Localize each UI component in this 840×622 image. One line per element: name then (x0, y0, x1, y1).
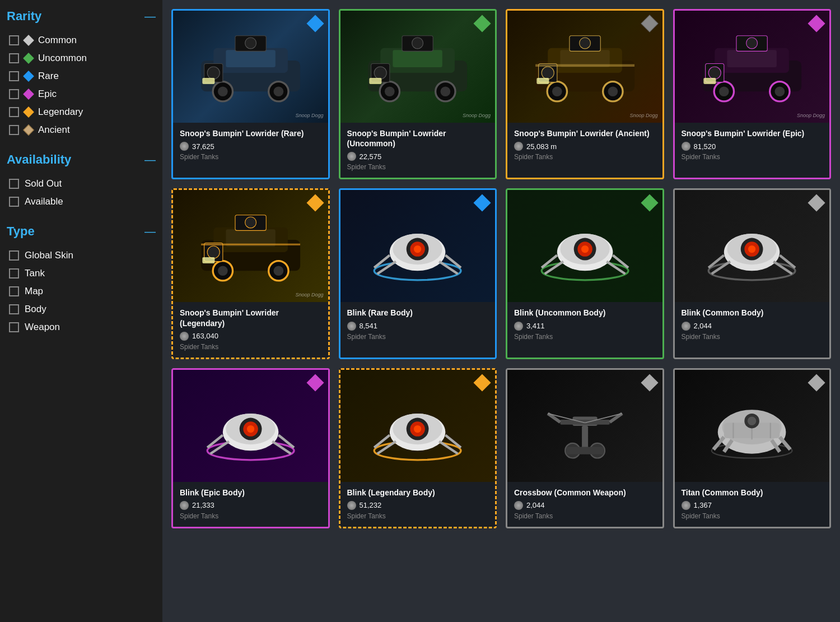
checkbox-body[interactable] (9, 304, 19, 314)
card-price: 1,367 (682, 501, 823, 510)
list-item[interactable]: Snoop Dogg Snoop's Bumpin' Lowrider (Rar… (171, 9, 330, 179)
rarity-filter-header: Rarity — (7, 9, 156, 24)
list-item[interactable]: Blink (Uncommon Body) 3,411 Spider Tanks (506, 188, 664, 359)
card-game: Spider Tanks (347, 163, 489, 171)
filter-common[interactable]: Common (7, 31, 156, 49)
legendary-label: Legendary (38, 106, 83, 118)
svg-rect-33 (536, 78, 549, 84)
checkbox-ancient[interactable] (9, 125, 19, 135)
filter-map[interactable]: Map (7, 282, 156, 300)
svg-point-43 (775, 86, 785, 96)
list-item[interactable]: Blink (Common Body) 2,044 Spider Tanks (673, 188, 832, 359)
common-icon (23, 35, 34, 46)
price-value: 21,333 (192, 501, 214, 509)
card-bg (173, 370, 328, 482)
filter-sold-out[interactable]: Sold Out (7, 175, 156, 193)
filter-uncommon[interactable]: Uncommon (7, 49, 156, 67)
list-item[interactable]: Crossbow (Common Weapon) 2,044 Spider Ta… (506, 368, 664, 528)
list-item[interactable]: Titan (Common Body) 1,367 Spider Tanks (673, 368, 832, 528)
checkbox-map[interactable] (9, 286, 19, 296)
card-info: Snoop's Bumpin' Lowrider (Uncommon) 22,5… (340, 123, 496, 178)
rarity-badge-legendary (474, 374, 491, 391)
filter-ancient[interactable]: Ancient (7, 121, 156, 139)
list-item[interactable]: Snoop Dogg Snoop's Bumpin' Lowrider (Unc… (339, 9, 497, 179)
list-item[interactable]: Blink (Legendary Body) 51,232 Spider Tan… (339, 368, 497, 528)
card-bg (340, 190, 496, 302)
list-item[interactable]: Snoop Dogg Snoop's Bumpin' Lowrider (Leg… (171, 188, 330, 359)
svg-point-130 (748, 416, 756, 425)
list-item[interactable]: Blink (Rare Body) 8,541 Spider Tanks (339, 188, 497, 359)
card-bg (675, 190, 830, 302)
crossbow-svg (523, 381, 647, 471)
global-skin-label: Global Skin (25, 250, 73, 261)
filter-available[interactable]: Available (7, 193, 156, 211)
filter-legendary[interactable]: Legendary (7, 103, 156, 121)
blink-svg (690, 201, 814, 291)
checkbox-global-skin[interactable] (9, 250, 19, 261)
list-item[interactable]: Snoop Dogg Snoop's Bumpin' Lowrider (Anc… (506, 9, 664, 179)
card-price: 22,575 (347, 152, 489, 161)
checkbox-epic[interactable] (9, 89, 19, 99)
checkbox-uncommon[interactable] (9, 53, 19, 63)
card-game: Spider Tanks (514, 153, 656, 161)
coin-icon (682, 501, 690, 510)
checkbox-weapon[interactable] (9, 322, 19, 332)
card-bg (507, 370, 662, 482)
price-value: 8,541 (360, 322, 378, 330)
svg-rect-2 (226, 50, 275, 67)
rarity-badge-uncommon (641, 194, 658, 211)
svg-point-4 (218, 86, 228, 96)
list-item[interactable]: Snoop Dogg Snoop's Bumpin' Lowrider (Epi… (673, 9, 832, 179)
filter-rare[interactable]: Rare (7, 67, 156, 85)
checkbox-available[interactable] (9, 197, 19, 207)
card-game: Spider Tanks (682, 512, 823, 520)
common-badge-diamond (808, 194, 825, 212)
checkbox-sold-out[interactable] (9, 179, 19, 189)
type-collapse-button[interactable]: — (144, 225, 156, 238)
body-label: Body (25, 304, 46, 315)
card-name: Blink (Common Body) (682, 308, 823, 318)
checkbox-tank[interactable] (9, 268, 19, 278)
filter-weapon[interactable]: Weapon (7, 318, 156, 336)
price-value: 81,520 (694, 142, 716, 151)
svg-line-132 (780, 437, 791, 449)
card-price: 81,520 (682, 142, 823, 151)
filter-tank[interactable]: Tank (7, 264, 156, 282)
rarity-collapse-button[interactable]: — (144, 10, 156, 23)
card-info: Snoop's Bumpin' Lowrider (Ancient) 25,08… (507, 123, 662, 168)
card-price: 163,040 (180, 332, 321, 341)
card-price: 21,333 (180, 501, 321, 510)
checkbox-rare[interactable] (9, 71, 19, 81)
filter-body[interactable]: Body (7, 300, 156, 318)
price-value: 37,625 (192, 142, 214, 151)
card-price: 2,044 (514, 501, 656, 510)
coin-icon (180, 501, 189, 510)
rare-icon (23, 71, 34, 82)
card-image-titan (675, 370, 830, 482)
rarity-title: Rarity (7, 9, 41, 24)
card-info: Snoop's Bumpin' Lowrider (Legendary) 163… (173, 302, 328, 357)
checkbox-common[interactable] (9, 35, 19, 45)
price-value: 3,411 (526, 322, 545, 330)
card-game: Spider Tanks (347, 512, 489, 520)
card-game: Spider Tanks (347, 333, 489, 341)
filter-epic[interactable]: Epic (7, 85, 156, 103)
card-name: Crossbow (Common Weapon) (514, 488, 656, 498)
card-bg: Snoop Dogg (675, 11, 830, 123)
availability-filter-header: Availability — (7, 152, 156, 167)
coin-icon (514, 142, 523, 151)
price-value: 163,040 (192, 332, 218, 340)
svg-rect-9 (202, 78, 214, 84)
availability-collapse-button[interactable]: — (144, 154, 156, 166)
rarity-badge-rare (307, 15, 324, 32)
uncommon-icon (23, 53, 34, 64)
list-item[interactable]: Blink (Epic Body) 21,333 Spider Tanks (171, 368, 330, 528)
lowrider-svg (189, 201, 312, 291)
filter-global-skin[interactable]: Global Skin (7, 247, 156, 264)
svg-rect-46 (703, 78, 716, 84)
checkbox-legendary[interactable] (9, 107, 19, 117)
rarity-badge-common (808, 374, 825, 391)
card-name: Snoop's Bumpin' Lowrider (Rare) (180, 128, 321, 138)
rare-badge-diamond (306, 15, 324, 32)
app-layout: Rarity — Common Uncommon Rare E (0, 0, 840, 622)
